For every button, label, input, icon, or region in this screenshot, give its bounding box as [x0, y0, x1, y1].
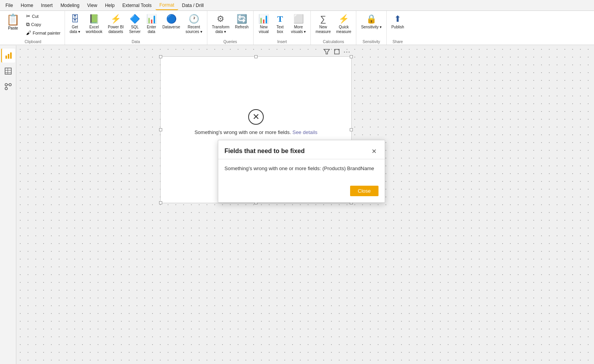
dialog-overlay: Fields that need to be fixed ✕ Something… [0, 0, 594, 45]
